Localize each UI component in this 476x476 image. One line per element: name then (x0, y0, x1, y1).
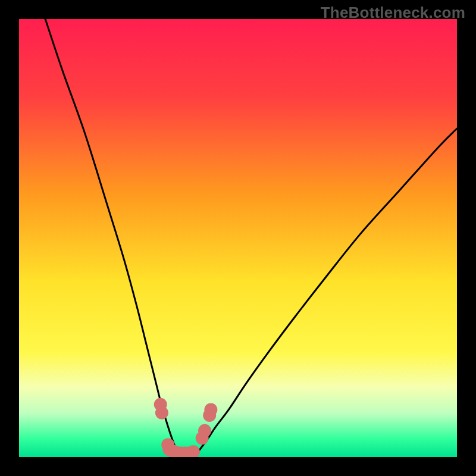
chart-svg (19, 19, 457, 457)
scatter-point (204, 403, 217, 416)
chart-plot-area (19, 19, 457, 457)
scatter-point (198, 424, 211, 437)
outer-frame: TheBottleneck.com (0, 0, 476, 476)
chart-background-gradient (19, 19, 457, 457)
scatter-point (155, 406, 168, 419)
